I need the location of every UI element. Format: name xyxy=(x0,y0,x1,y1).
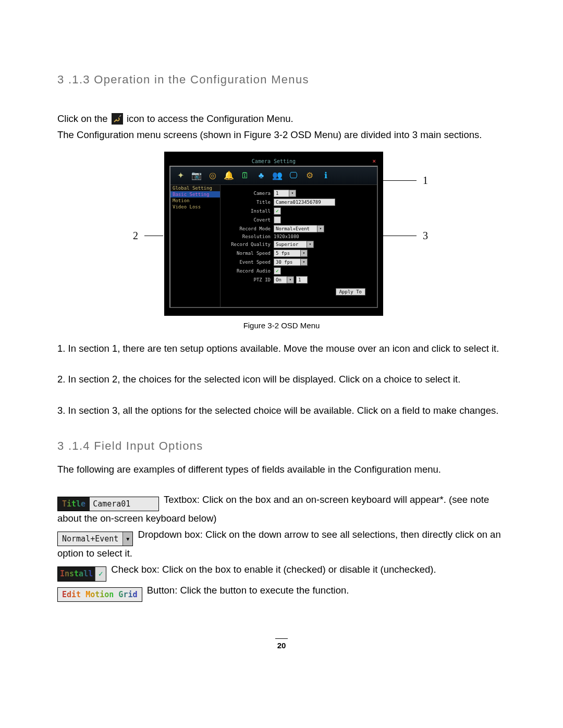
value: Superior xyxy=(274,241,307,248)
chevron-down-icon: ▾ xyxy=(317,225,324,232)
info-icon[interactable]: ℹ xyxy=(320,170,332,181)
event-speed-dropdown[interactable]: 30 fps ▾ xyxy=(274,258,308,266)
label: PTZ ID xyxy=(224,277,274,282)
osd-toolbar: ✦📷◎🔔🗓♣👥🖵⚙ℹ xyxy=(170,167,377,185)
chevron-down-icon: ▾ xyxy=(300,250,308,257)
osd-sidebar: Global Setting Basic SettingMotionVideo … xyxy=(170,185,221,307)
sidebar-header: Global Setting xyxy=(170,185,220,191)
paragraph-1: Click on the icon to access the Configur… xyxy=(57,112,506,126)
normal-speed-dropdown[interactable]: 5 fps ▾ xyxy=(274,250,308,257)
value: Normal+Event xyxy=(274,225,317,232)
value: 5 fps xyxy=(274,250,301,257)
title-value: Camera01 xyxy=(90,497,158,511)
chevron-down-icon: ▾ xyxy=(307,241,314,248)
dropdown-value: Normal+Event xyxy=(58,532,123,546)
display-icon[interactable]: 🖵 xyxy=(288,170,299,181)
osd-screenshot: × Camera Setting ✦📷◎🔔🗓♣👥🖵⚙ℹ Global Setti… xyxy=(164,152,383,316)
sidebar-item[interactable]: Video Loss xyxy=(170,204,220,210)
list-item-2: 2. In section 2, the choices for the sel… xyxy=(57,372,506,387)
ptz-id-dropdown[interactable]: On ▾ xyxy=(274,276,294,283)
wrench-icon xyxy=(112,113,123,125)
figure-caption: Figure 3-2 OSD Menu xyxy=(57,321,506,330)
check-label: Install xyxy=(60,569,93,578)
figure-3-2: 2 × Camera Setting ✦📷◎🔔🗓♣👥🖵⚙ℹ Global Set… xyxy=(57,152,506,316)
label: Event Speed xyxy=(224,260,274,265)
install-checkbox[interactable]: ✓ xyxy=(274,207,281,215)
value: On xyxy=(274,276,287,283)
list-item-3: 3. In section 3, all the options for the… xyxy=(57,403,506,418)
camera-dropdown[interactable]: 1 ▾ xyxy=(274,190,296,197)
text: Check box: xyxy=(111,564,162,575)
label: Record Mode xyxy=(224,226,274,231)
apply-to-button[interactable]: Apply To xyxy=(336,288,365,295)
ptz-id-number[interactable]: 1 xyxy=(296,276,308,283)
label: Install xyxy=(224,208,274,214)
text: icon to access the Configuration Menu. xyxy=(127,113,293,124)
checkbox-icon: ✓ xyxy=(95,567,106,581)
label: Record Audio xyxy=(224,268,274,274)
covert-checkbox[interactable] xyxy=(274,216,281,224)
label: Record Quality xyxy=(224,242,274,247)
text: Dropdown box: xyxy=(138,529,206,540)
paragraph-2: The Configuration menu screens (shown in… xyxy=(57,128,506,142)
camera-icon[interactable]: 📷 xyxy=(191,170,202,181)
example-title-widget: Title Camera01 xyxy=(57,497,159,512)
chevron-down-icon: ▾ xyxy=(300,258,308,266)
example-dropdown: Normal+Event ▾ Dropdown box: Click on th… xyxy=(57,527,506,561)
title-input[interactable]: Camera0123456789 xyxy=(274,199,335,206)
title-label: Title xyxy=(59,498,89,510)
example-button: Edit Motion Grid Button: Click the butto… xyxy=(57,583,506,602)
label: Normal Speed xyxy=(224,251,274,256)
label: Resolution xyxy=(224,234,274,239)
sidebar-item[interactable]: Basic Setting xyxy=(170,191,220,198)
button-label: Edit Motion Grid xyxy=(62,590,138,599)
value: 1 xyxy=(274,190,289,197)
osd-form: Camera 1 ▾ Title Camera0123456789 Instal… xyxy=(221,185,377,307)
schedule-icon[interactable]: 🗓 xyxy=(239,170,251,181)
record-quality-dropdown[interactable]: Superior ▾ xyxy=(274,241,314,248)
resolution-value: 1920x1080 xyxy=(274,234,299,239)
example-check-widget: Install ✓ xyxy=(57,566,106,582)
label: Camera xyxy=(224,191,274,196)
value: 30 fps xyxy=(274,258,301,266)
network-icon[interactable]: ♣ xyxy=(255,170,267,181)
alarm-icon[interactable]: 🔔 xyxy=(223,170,235,181)
text: Click on the box to enable it (checked) … xyxy=(162,564,436,575)
record-audio-checkbox[interactable]: ✓ xyxy=(274,267,281,275)
example-textbox: Title Camera01 Textbox: Click on the box… xyxy=(57,492,506,526)
example-checkbox: Install ✓ Check box: Click on the box to… xyxy=(57,562,506,582)
users-icon[interactable]: 👥 xyxy=(272,170,283,181)
text: Textbox: xyxy=(164,494,202,505)
system-icon[interactable]: ⚙ xyxy=(304,170,315,181)
chevron-down-icon: ▾ xyxy=(123,532,132,546)
text: Click the button to execute the function… xyxy=(180,585,349,596)
chevron-down-icon: ▾ xyxy=(289,190,296,197)
example-button-widget: Edit Motion Grid xyxy=(57,587,142,602)
label: Covert xyxy=(224,217,274,223)
example-dropdown-widget: Normal+Event ▾ xyxy=(57,532,133,547)
heading-314: 3 .1.4 Field Input Options xyxy=(57,439,506,453)
express-icon[interactable]: ✦ xyxy=(175,170,186,181)
sidebar-item[interactable]: Motion xyxy=(170,198,220,204)
callout-1: 1 xyxy=(423,175,428,187)
page-number-value: 20 xyxy=(277,641,286,650)
text: Button: xyxy=(147,585,180,596)
callout-3: 3 xyxy=(423,230,428,242)
record-mode-dropdown[interactable]: Normal+Event ▾ xyxy=(274,225,324,232)
callout-2: 2 xyxy=(133,230,138,242)
document-page: 3 .1.3 Operation in the Configuration Me… xyxy=(0,0,563,692)
chevron-down-icon: ▾ xyxy=(287,276,294,283)
label: Title xyxy=(224,200,274,205)
page-number: 20 xyxy=(57,638,506,650)
list-item-1: 1. In section 1, there are ten setup opt… xyxy=(57,341,506,356)
close-icon[interactable]: × xyxy=(373,158,376,164)
osd-window-title: Camera Setting xyxy=(169,157,378,166)
text: Click on the xyxy=(57,113,111,124)
paragraph-314: The following are examples of different … xyxy=(57,462,506,477)
heading-313: 3 .1.3 Operation in the Configuration Me… xyxy=(57,73,506,87)
record-icon[interactable]: ◎ xyxy=(207,170,218,181)
